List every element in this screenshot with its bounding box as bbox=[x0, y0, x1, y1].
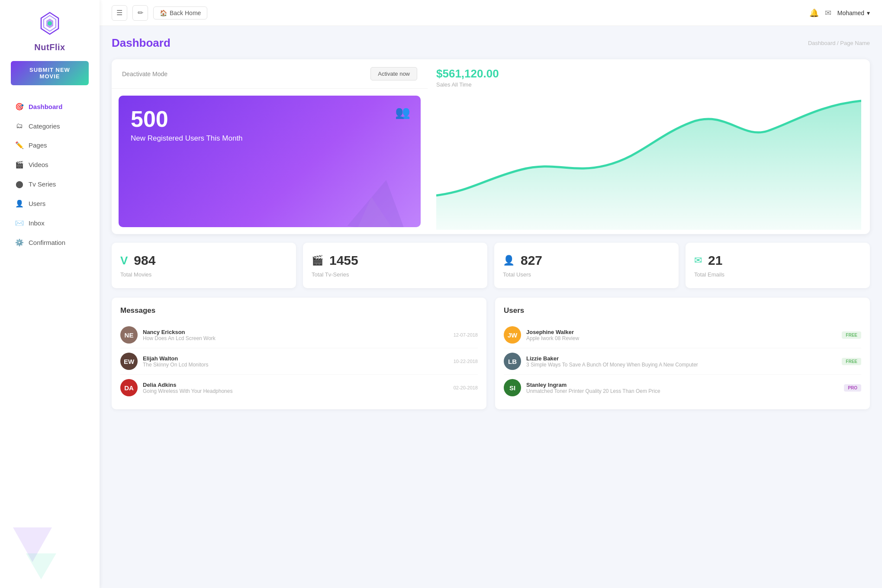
stats-left: Deactivate Mode Activate now 500 New Reg… bbox=[112, 59, 428, 234]
message-date-delia: 02-20-2018 bbox=[454, 385, 478, 390]
topbar: ☰ ✏ 🏠 Back Home 🔔 ✉ Mohamed ▾ bbox=[100, 0, 882, 26]
stat-card-users: 👤 827 Total Users bbox=[494, 243, 679, 288]
avatar-elijah: EW bbox=[120, 353, 138, 370]
deactivate-bar: Deactivate Mode Activate now bbox=[112, 59, 428, 89]
total-emails-number: 21 bbox=[708, 253, 722, 268]
edit-button[interactable]: ✏ bbox=[132, 5, 148, 21]
sales-amount: $561,120.00 bbox=[436, 67, 861, 80]
avatar-delia: DA bbox=[120, 379, 138, 396]
user-item-1: LB Lizzie Baker 3 Simple Ways To Save A … bbox=[504, 348, 861, 375]
inbox-icon: ✉️ bbox=[15, 219, 24, 227]
confirmation-icon: ⚙️ bbox=[15, 238, 24, 247]
user-name-josephine: Josephine Walker bbox=[526, 329, 837, 335]
card-decoration-2 bbox=[350, 195, 396, 227]
messages-title: Messages bbox=[120, 306, 478, 315]
sidebar-item-inbox-label: Inbox bbox=[29, 219, 45, 227]
user-info-stanley: Stanley Ingram Unmatched Toner Printer Q… bbox=[526, 382, 839, 394]
message-date-elijah: 10-22-2018 bbox=[454, 359, 478, 364]
sidebar-item-dashboard[interactable]: 🎯 Dashboard bbox=[9, 97, 91, 116]
sidebar-item-users-label: Users bbox=[29, 200, 45, 207]
topbar-right: 🔔 ✉ Mohamed ▾ bbox=[809, 8, 870, 18]
dropdown-icon: ▾ bbox=[867, 10, 870, 16]
sidebar-item-categories[interactable]: 🗂 Categories bbox=[9, 117, 91, 135]
user-name-lizzie: Lizzie Baker bbox=[526, 355, 837, 362]
sidebar-item-categories-label: Categories bbox=[29, 122, 60, 130]
avatar-lizzie: LB bbox=[504, 353, 521, 370]
total-tvseries-number: 1455 bbox=[329, 253, 358, 268]
total-users-label: Total Users bbox=[503, 271, 531, 278]
user-info-josephine: Josephine Walker Apple Iwork 08 Review bbox=[526, 329, 837, 341]
sidebar-item-videos[interactable]: 🎬 Videos bbox=[9, 155, 91, 174]
sidebar-item-pages-label: Pages bbox=[29, 141, 47, 149]
notification-button[interactable]: 🔔 bbox=[809, 8, 819, 18]
sidebar-nav: 🎯 Dashboard 🗂 Categories ✏️ Pages 🎬 Vide… bbox=[0, 97, 100, 253]
sales-chart bbox=[436, 92, 861, 230]
stats-row: V 984 Total Movies 🎬 1455 Total Tv-Serie… bbox=[112, 243, 870, 288]
user-name-stanley: Stanley Ingram bbox=[526, 382, 839, 388]
home-icon: 🏠 bbox=[160, 10, 167, 16]
avatar-josephine: JW bbox=[504, 326, 521, 344]
users-card: Users JW Josephine Walker Apple Iwork 08… bbox=[495, 298, 870, 409]
breadcrumb-2: Page Name bbox=[840, 40, 870, 46]
badge-lizzie: FREE bbox=[842, 358, 861, 365]
total-tvseries-label: Total Tv-Series bbox=[312, 271, 349, 278]
back-home-button[interactable]: 🏠 Back Home bbox=[153, 6, 207, 19]
sidebar-item-pages[interactable]: ✏️ Pages bbox=[9, 136, 91, 154]
total-movies-label: Total Movies bbox=[120, 271, 151, 278]
back-home-label: Back Home bbox=[170, 10, 201, 16]
new-users-label: New Registered Users This Month bbox=[131, 134, 410, 143]
message-sub-nancy: How Does An Lcd Screen Work bbox=[143, 335, 448, 341]
users-icon: 👤 bbox=[15, 199, 24, 208]
video-icon: 🎬 bbox=[312, 255, 323, 266]
stat-card-emails: ✉ 21 Total Emails bbox=[686, 243, 870, 288]
svg-point-3 bbox=[48, 21, 52, 26]
edit-icon: ✏ bbox=[138, 9, 143, 17]
submit-new-movie-button[interactable]: SUBMIT NEW MOVIE bbox=[11, 61, 89, 85]
message-name-nancy: Nancy Erickson bbox=[143, 329, 448, 335]
page-title: Dashboard bbox=[112, 36, 171, 50]
user-name: Mohamed bbox=[837, 10, 864, 16]
pages-icon: ✏️ bbox=[15, 141, 24, 149]
user-menu[interactable]: Mohamed ▾ bbox=[837, 10, 870, 16]
new-users-card: 500 New Registered Users This Month 👥 bbox=[119, 96, 421, 227]
user-item-2: SI Stanley Ingram Unmatched Toner Printe… bbox=[504, 375, 861, 401]
page-content: Dashboard Dashboard / Page Name Deactiva… bbox=[100, 26, 882, 588]
main-content: ☰ ✏ 🏠 Back Home 🔔 ✉ Mohamed ▾ Dashboard bbox=[100, 0, 882, 588]
message-info-elijah: Elijah Walton The Skinny On Lcd Monitors bbox=[143, 355, 448, 368]
videos-icon: 🎬 bbox=[15, 161, 24, 169]
avatar-nancy: NE bbox=[120, 326, 138, 344]
message-date-nancy: 12-07-2018 bbox=[454, 332, 478, 337]
user-sub-josephine: Apple Iwork 08 Review bbox=[526, 335, 837, 341]
user-item-0: JW Josephine Walker Apple Iwork 08 Revie… bbox=[504, 322, 861, 348]
bottom-section: Messages NE Nancy Erickson How Does An L… bbox=[112, 298, 870, 409]
total-emails-label: Total Emails bbox=[694, 271, 724, 278]
tvseries-icon: ⬤ bbox=[15, 180, 24, 188]
sidebar-item-users[interactable]: 👤 Users bbox=[9, 194, 91, 213]
sidebar-item-tvseries-label: Tv Series bbox=[29, 180, 56, 188]
activate-now-button[interactable]: Activate now bbox=[370, 67, 417, 80]
logo bbox=[37, 10, 63, 42]
sidebar-item-confirmation[interactable]: ⚙️ Confirmation bbox=[9, 233, 91, 252]
message-item-1: EW Elijah Walton The Skinny On Lcd Monit… bbox=[120, 348, 478, 375]
message-item-2: DA Delia Adkins Going Wireless With Your… bbox=[120, 375, 478, 401]
mail-button[interactable]: ✉ bbox=[825, 8, 831, 18]
sidebar-decoration-2 bbox=[26, 553, 56, 579]
user-sub-lizzie: 3 Simple Ways To Save A Bunch Of Money W… bbox=[526, 362, 837, 368]
badge-stanley: PRO bbox=[844, 384, 861, 392]
dashboard-icon: 🎯 bbox=[15, 103, 24, 111]
sidebar-item-tvseries[interactable]: ⬤ Tv Series bbox=[9, 175, 91, 193]
menu-icon: ☰ bbox=[116, 9, 122, 17]
users-title: Users bbox=[504, 306, 861, 315]
sidebar-item-confirmation-label: Confirmation bbox=[29, 239, 65, 246]
user-sub-stanley: Unmatched Toner Printer Quality 20 Less … bbox=[526, 388, 839, 394]
sidebar: NutFlix SUBMIT NEW MOVIE 🎯 Dashboard 🗂 C… bbox=[0, 0, 100, 588]
breadcrumb-1: Dashboard bbox=[808, 40, 836, 46]
breadcrumb: Dashboard / Page Name bbox=[808, 40, 870, 46]
message-info-nancy: Nancy Erickson How Does An Lcd Screen Wo… bbox=[143, 329, 448, 341]
sidebar-item-inbox[interactable]: ✉️ Inbox bbox=[9, 214, 91, 232]
email-icon: ✉ bbox=[694, 255, 702, 266]
sidebar-item-dashboard-label: Dashboard bbox=[29, 103, 62, 110]
message-info-delia: Delia Adkins Going Wireless With Your He… bbox=[143, 382, 448, 394]
user-info-lizzie: Lizzie Baker 3 Simple Ways To Save A Bun… bbox=[526, 355, 837, 368]
menu-button[interactable]: ☰ bbox=[112, 5, 127, 21]
